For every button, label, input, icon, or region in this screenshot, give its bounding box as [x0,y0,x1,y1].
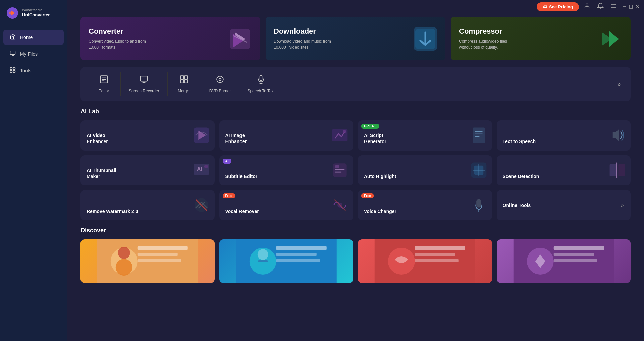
svg-rect-5 [13,68,15,70]
compressor-desc: Compress audio/video files without loss … [459,38,519,50]
svg-rect-72 [276,259,320,262]
compressor-icon [597,25,624,57]
subtitle-editor-icon [331,161,349,183]
minimize-button[interactable] [622,4,627,9]
content-area: Converter Convert video/audio to and fro… [67,0,644,290]
home-icon [9,34,16,41]
vocal-remover-icon [331,196,349,218]
my-files-label: My Files [20,51,38,57]
svg-rect-28 [180,76,184,79]
toolbar-editor[interactable]: Editor [87,72,121,96]
logo-area: Wondershare UniConverter [0,0,67,26]
sidebar-item-home[interactable]: Home [3,30,64,45]
scene-detection-label: Scene Detection [503,173,625,179]
remove-watermark-icon [192,196,211,218]
screen-recorder-label: Screen Recorder [129,89,159,93]
svg-rect-29 [184,76,188,79]
downloader-card[interactable]: Downloader Download video and music from… [266,17,445,60]
toolbar-dvd-burner[interactable]: DVD Burner [201,72,239,96]
svg-rect-64 [138,253,178,256]
scene-detection-icon [608,161,627,183]
svg-point-61 [118,247,130,259]
menu-icon[interactable] [608,1,619,12]
scene-detection-card[interactable]: Scene Detection [497,155,631,185]
ai-image-enhancer-card[interactable]: AI ImageEnhancer [219,120,354,151]
svg-rect-13 [629,5,633,8]
discover-card-4[interactable] [497,239,631,283]
toolbar-screen-recorder[interactable]: Screen Recorder [121,72,168,96]
ai-script-generator-label: AI ScriptGenerator [364,132,486,145]
discover-card-3[interactable] [358,239,492,283]
converter-desc: Convert video/audio to and from 1,000+ f… [89,38,149,50]
auto-highlight-label: Auto Highlight [364,173,486,179]
svg-point-32 [217,76,223,83]
subtitle-editor-label: Subtitle Editor [225,173,347,179]
files-icon [9,50,16,58]
screen-recorder-icon [140,75,148,86]
toolbar-merger[interactable]: Merger [168,72,201,96]
nav-items: Home My Files Tools [0,26,67,82]
ai-badge: AI [223,159,231,164]
toolbar-more-button[interactable]: » [614,81,624,88]
svg-rect-27 [141,76,148,81]
discover-image-3 [358,239,492,283]
ai-video-enhancer-card[interactable]: AI VideoEnhancer [80,120,215,151]
svg-point-68 [257,249,268,260]
svg-rect-71 [276,253,316,256]
sidebar: Wondershare UniConverter Home My Files [0,0,67,341]
discover-card-2[interactable] [219,239,354,283]
online-tools-label: Online Tools [503,202,531,208]
voice-changer-icon [470,196,488,218]
ai-thumbnail-maker-card[interactable]: AI ThumbnailMaker AI [80,155,215,185]
discover-card-1[interactable] [80,239,215,283]
auto-highlight-card[interactable]: Auto Highlight [358,155,492,185]
title-bar: 🏷 See Pricing [67,0,644,13]
remove-watermark-card[interactable]: Remove Watermark 2.0 [80,190,215,220]
sidebar-item-my-files[interactable]: My Files [3,46,64,62]
vocal-remover-label: Vocal Remover [225,208,347,214]
discover-grid [80,239,631,283]
compressor-card[interactable]: Compressor Compress audio/video files wi… [451,17,631,60]
svg-point-2 [9,12,12,14]
subtitle-editor-card[interactable]: AI Subtitle Editor [219,155,354,185]
voice-changer-card[interactable]: Free Voice Changer [358,190,492,220]
see-pricing-button[interactable]: 🏷 See Pricing [537,2,579,11]
svg-point-33 [219,78,221,81]
app-logo [6,7,19,19]
auto-highlight-icon [470,161,488,183]
svg-rect-75 [415,246,465,250]
user-icon[interactable] [582,1,592,12]
ai-script-generator-card[interactable]: GPT 4.0 AI ScriptGenerator [358,120,492,151]
notification-icon[interactable] [595,1,606,12]
voice-changer-label: Voice Changer [364,208,486,214]
dvd-burner-label: DVD Burner [209,89,231,93]
svg-rect-82 [553,259,597,262]
ai-image-enhancer-label: AI ImageEnhancer [225,132,347,145]
speech-to-text-label: Speech To Text [247,89,275,93]
merger-label: Merger [178,89,191,93]
close-button[interactable] [635,4,640,9]
toolbar-speech-to-text[interactable]: Speech To Text [239,72,283,96]
ai-video-enhancer-label: AI VideoEnhancer [87,132,209,145]
svg-rect-30 [180,80,184,83]
text-to-speech-card[interactable]: Text to Speech [497,120,631,151]
free-badge-vocal: Free [223,193,235,198]
online-tools-arrow-icon: » [621,202,624,209]
svg-rect-70 [276,246,326,250]
downloader-desc: Download video and music from 10,000+ vi… [274,38,334,50]
svg-rect-6 [10,71,12,73]
converter-card[interactable]: Converter Convert video/audio to and fro… [80,17,260,60]
svg-rect-69 [258,260,268,262]
svg-rect-63 [138,246,188,250]
svg-rect-7 [13,71,15,73]
svg-rect-3 [10,51,15,55]
svg-rect-77 [415,259,459,262]
downloader-icon [412,25,439,57]
sidebar-item-tools[interactable]: Tools [3,63,64,78]
merger-icon [180,75,189,86]
online-tools-card[interactable]: Online Tools » [497,190,631,220]
maximize-button[interactable] [629,4,633,9]
vocal-remover-card[interactable]: Free Vocal Remover [219,190,354,220]
svg-rect-76 [415,253,455,256]
ai-lab-title: AI Lab [80,108,631,115]
